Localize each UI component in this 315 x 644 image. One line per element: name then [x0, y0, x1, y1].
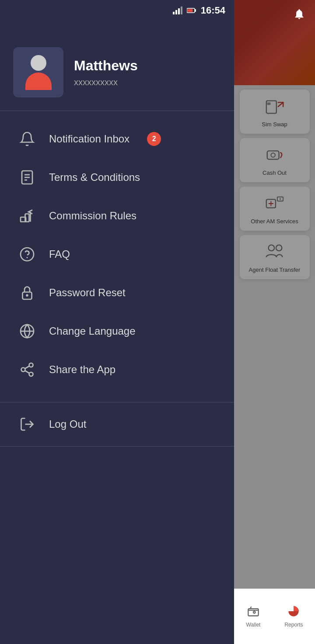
wallet-nav-icon — [247, 605, 259, 620]
svg-rect-1 — [267, 102, 270, 105]
avatar-head — [31, 55, 46, 71]
svg-rect-13 — [181, 7, 182, 14]
svg-point-30 — [21, 368, 25, 372]
svg-point-7 — [268, 245, 274, 251]
sim-swap-card[interactable]: Sim Swap — [240, 90, 310, 134]
svg-point-6 — [279, 198, 281, 200]
svg-point-8 — [276, 245, 281, 251]
user-phone: xxxxxxxxxx — [74, 77, 138, 87]
menu-item-password-reset[interactable]: Password Reset — [0, 274, 234, 312]
status-time: 16:54 — [201, 5, 225, 16]
commission-icon — [18, 206, 37, 225]
logout-item[interactable]: Log Out — [0, 402, 234, 446]
menu-item-commission[interactable]: Commission Rules — [0, 197, 234, 235]
notification-inbox-label: Notification Inbox — [49, 133, 130, 145]
logout-label: Log Out — [49, 418, 86, 430]
signal-icon — [173, 7, 182, 14]
menu-item-notification-inbox[interactable]: Notification Inbox 2 — [0, 120, 234, 158]
svg-rect-16 — [187, 9, 192, 12]
avatar — [13, 47, 63, 97]
wallet-nav-label: Wallet — [246, 622, 261, 628]
other-am-services-label: Other AM Services — [251, 218, 298, 225]
svg-rect-22 — [25, 214, 29, 222]
faq-icon — [18, 245, 37, 264]
logout-divider — [0, 446, 234, 447]
drawer-menu: 16:54 Matthews xxxxxxxxxx Notification I… — [0, 0, 234, 644]
sim-swap-label: Sim Swap — [262, 121, 287, 128]
svg-rect-11 — [175, 10, 177, 14]
svg-point-24 — [21, 248, 34, 261]
notification-badge: 2 — [147, 132, 161, 146]
drawer-header: Matthews xxxxxxxxxx — [0, 21, 234, 111]
bottom-nav: Wallet Reports — [234, 589, 315, 644]
avatar-body — [25, 73, 52, 90]
menu-item-change-language[interactable]: Change Language — [0, 312, 234, 350]
svg-rect-15 — [195, 9, 196, 12]
cash-out-icon — [264, 144, 286, 166]
battery-icon — [187, 7, 196, 14]
nav-wallet[interactable]: Wallet — [246, 605, 261, 628]
cash-out-label: Cash Out — [262, 170, 287, 176]
agent-float-transfer-label: Agent Float Transfer — [249, 267, 301, 273]
svg-rect-10 — [173, 12, 175, 14]
nav-reports[interactable]: Reports — [284, 605, 303, 628]
terms-icon — [18, 168, 37, 187]
change-language-icon — [18, 322, 37, 341]
svg-line-33 — [25, 366, 29, 369]
menu-item-faq[interactable]: FAQ — [0, 235, 234, 274]
menu-item-share-app[interactable]: Share the App — [0, 350, 234, 389]
sim-swap-icon — [264, 96, 286, 118]
faq-label: FAQ — [49, 248, 70, 260]
other-am-services-icon — [264, 193, 286, 215]
svg-point-31 — [29, 372, 33, 376]
password-reset-icon — [18, 283, 37, 302]
svg-point-27 — [27, 295, 28, 296]
cash-out-card[interactable]: Cash Out — [240, 138, 310, 182]
svg-rect-2 — [267, 151, 279, 159]
svg-rect-12 — [178, 8, 180, 14]
notification-bell-icon[interactable] — [290, 5, 308, 23]
other-am-services-card[interactable]: Other AM Services — [240, 187, 310, 231]
svg-point-3 — [271, 153, 275, 157]
logout-section: Log Out — [0, 402, 234, 446]
menu-list: Notification Inbox 2 Terms & Conditions — [0, 111, 234, 398]
change-language-label: Change Language — [49, 325, 136, 337]
right-panel-cards: Sim Swap Cash Out Other AM Services — [234, 85, 315, 284]
agent-float-transfer-card[interactable]: Agent Float Transfer — [240, 235, 310, 279]
user-info: Matthews xxxxxxxxxx — [74, 58, 138, 87]
reports-nav-icon — [287, 605, 300, 620]
notification-inbox-icon — [18, 129, 37, 149]
commission-label: Commission Rules — [49, 210, 136, 222]
logout-icon — [18, 415, 37, 434]
reports-nav-label: Reports — [284, 622, 303, 628]
user-name: Matthews — [74, 58, 138, 74]
share-app-icon — [18, 360, 37, 379]
agent-float-transfer-icon — [264, 241, 286, 263]
svg-point-29 — [29, 363, 33, 367]
password-reset-label: Password Reset — [49, 287, 126, 299]
share-app-label: Share the App — [49, 364, 116, 376]
terms-label: Terms & Conditions — [49, 171, 140, 184]
menu-item-terms[interactable]: Terms & Conditions — [0, 158, 234, 197]
avatar-figure — [25, 55, 52, 90]
svg-line-32 — [25, 370, 29, 373]
